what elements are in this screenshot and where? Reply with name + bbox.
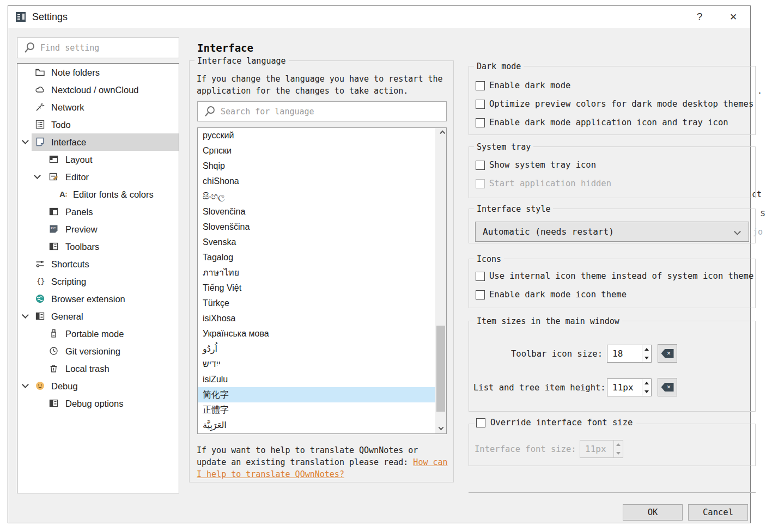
reset-tree-item-height-button[interactable]: ✕ — [658, 378, 677, 396]
checkbox-optimize-preview-colors[interactable]: Optimize preview colors for dark mode de… — [476, 99, 753, 109]
scrollbar[interactable] — [435, 128, 446, 433]
spin-down-icon[interactable] — [642, 388, 651, 396]
sidebar-item-shortcuts[interactable]: Shortcuts — [17, 255, 179, 273]
sidebar-item-editor[interactable]: Editor — [17, 168, 179, 186]
sidebar-item-portable-mode[interactable]: Portable mode — [17, 325, 179, 343]
checkbox[interactable] — [476, 290, 485, 299]
sidebar-item-nextcloud[interactable]: Nextcloud / ownCloud — [17, 81, 179, 99]
language-search-box — [197, 101, 447, 121]
chevron-down-icon[interactable] — [22, 381, 29, 388]
sidebar-item-todo[interactable]: Todo — [17, 116, 179, 133]
sidebar-item-preview[interactable]: PIC Preview — [17, 221, 179, 238]
braces-icon: {} — [35, 276, 45, 286]
checkbox-show-system-tray-icon[interactable]: Show system tray icon — [476, 160, 596, 170]
language-option[interactable]: isiXhosa — [198, 311, 436, 326]
language-option[interactable]: русский — [198, 128, 436, 143]
checkbox[interactable] — [476, 418, 485, 427]
sidebar-item-debug-options[interactable]: Debug options — [17, 395, 179, 412]
usb-drive-icon — [48, 328, 59, 339]
checkbox-internal-icon-theme[interactable]: Use internal icon theme instead of syste… — [476, 271, 753, 281]
sidebar-item-git-versioning[interactable]: Git versioning — [17, 343, 179, 360]
help-button[interactable]: ? — [687, 6, 712, 28]
close-icon[interactable]: ✕ — [721, 6, 746, 28]
trash-icon — [48, 363, 59, 374]
scroll-up-icon[interactable] — [435, 128, 446, 138]
checkbox[interactable] — [476, 118, 485, 127]
sidebar-item-panels[interactable]: Panels — [17, 203, 179, 221]
checkbox-enable-dark-mode[interactable]: Enable dark mode — [476, 81, 570, 90]
background-text-fragment: s — [760, 207, 765, 218]
group-title: Icons — [474, 254, 504, 264]
sidebar-item-network[interactable]: Network — [17, 99, 179, 116]
translate-text: If you want to help to translate QOwnNot… — [197, 445, 418, 467]
language-option[interactable]: ייִדיש — [198, 357, 436, 372]
group-title: Dark mode — [474, 62, 524, 71]
language-option-selected[interactable]: 简化字 — [198, 387, 436, 402]
checkbox-dark-mode-icon-theme[interactable]: Enable dark mode icon theme — [476, 290, 627, 299]
toolbar-icon-size-spinner[interactable]: 18 — [607, 345, 652, 363]
globe-icon — [35, 293, 45, 304]
language-option[interactable]: සිංහල — [198, 189, 436, 204]
scroll-down-icon[interactable] — [435, 423, 446, 433]
sidebar-item-debug[interactable]: Debug — [17, 377, 179, 395]
checkbox[interactable] — [476, 100, 485, 109]
spin-up-icon — [614, 441, 623, 449]
window-title: Settings — [32, 11, 68, 23]
chevron-down-icon[interactable] — [22, 137, 29, 144]
sidebar-item-general[interactable]: General — [17, 308, 179, 325]
spin-up-icon[interactable] — [642, 345, 651, 354]
chevron-down-icon[interactable] — [34, 172, 41, 179]
chevron-down-icon — [734, 228, 741, 235]
spin-up-icon[interactable] — [642, 379, 651, 388]
language-search-input[interactable] — [221, 102, 446, 121]
sidebar-item-editor-fonts-colors[interactable]: A Editor fonts & colors — [17, 186, 179, 203]
sidebar-item-layout[interactable]: Layout — [17, 151, 179, 168]
restart-note: If you change the language you have to r… — [197, 73, 447, 97]
checkbox[interactable] — [476, 161, 485, 170]
sidebar-item-scripting[interactable]: {} Scripting — [17, 273, 179, 290]
language-option[interactable]: Українська мова — [198, 326, 436, 341]
checkbox[interactable] — [476, 81, 485, 90]
interface-style-dropdown[interactable]: Automatic (needs restart) — [475, 222, 749, 242]
reset-toolbar-icon-size-button[interactable]: ✕ — [658, 344, 677, 363]
language-option[interactable]: ภาษาไทย — [198, 265, 436, 280]
language-option[interactable]: 正體字 — [198, 402, 436, 418]
titlebar[interactable]: Settings ? ✕ — [8, 6, 750, 28]
ok-button[interactable]: OK — [623, 504, 683, 521]
checkbox-dark-mode-app-icon[interactable]: Enable dark mode application icon and tr… — [476, 118, 728, 127]
language-option[interactable]: isiZulu — [198, 372, 436, 387]
sidebar-item-browser-extension[interactable]: Browser extension — [17, 290, 179, 308]
language-option[interactable]: اُردُو — [198, 341, 436, 357]
search-icon — [23, 41, 36, 54]
tree-item-height-spinner[interactable]: 11px — [607, 378, 652, 396]
language-list: русский Српски Shqip chiShona සිංහල Slov… — [197, 127, 447, 434]
language-option[interactable]: Tiếng Việt — [198, 280, 436, 296]
clock-icon — [48, 346, 59, 356]
cancel-button[interactable]: Cancel — [688, 504, 748, 521]
checkbox — [476, 179, 485, 188]
language-option[interactable]: Српски — [198, 143, 436, 158]
footer-separator — [469, 492, 756, 493]
editor-note-icon — [48, 172, 59, 182]
chevron-down-icon[interactable] — [22, 311, 29, 319]
sidebar-item-note-folders[interactable]: Note folders — [17, 64, 179, 81]
checkbox-override-interface-font-size[interactable]: Override interface font size — [475, 418, 636, 427]
group-title: Interface language — [194, 56, 289, 66]
spin-down-icon[interactable] — [642, 354, 651, 363]
language-option[interactable]: Tagalog — [198, 250, 436, 265]
scrollbar-thumb[interactable] — [436, 326, 445, 412]
language-option[interactable]: Türkçe — [198, 296, 436, 311]
language-option[interactable]: Svenska — [198, 235, 436, 250]
dark-mode-group: Dark mode Enable dark mode Optimize prev… — [469, 66, 756, 135]
sidebar-item-interface[interactable]: Interface — [17, 133, 179, 151]
checkbox[interactable] — [476, 272, 485, 281]
language-option[interactable]: العَرَبِيَّة — [198, 418, 436, 433]
sidebar-item-local-trash[interactable]: Local trash — [17, 360, 179, 377]
sidebar-item-toolbars[interactable]: Toolbars — [17, 238, 179, 255]
find-setting-input[interactable] — [40, 38, 179, 58]
screen: . ct s jo Settings ? ✕ Note folders — [0, 0, 766, 532]
language-option[interactable]: Shqip — [198, 158, 436, 174]
language-option[interactable]: Slovenščina — [198, 219, 436, 235]
language-option[interactable]: chiShona — [198, 174, 436, 189]
language-option[interactable]: Slovenčina — [198, 204, 436, 219]
